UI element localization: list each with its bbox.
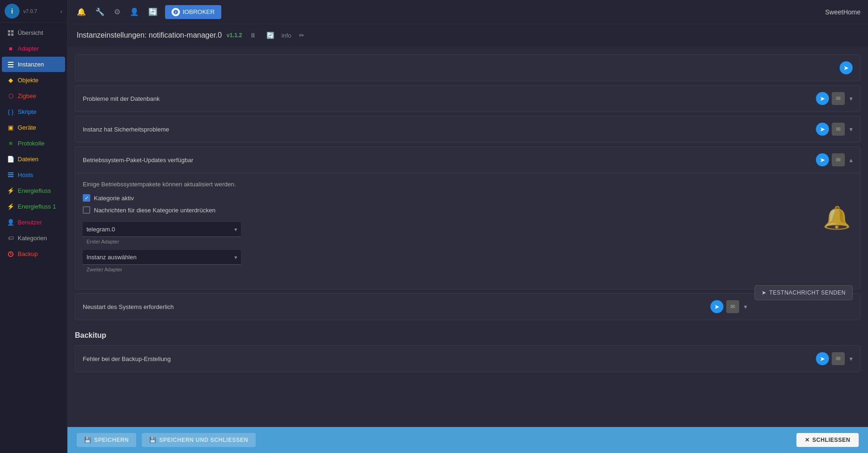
sidebar-item-kategorien[interactable]: 🏷 Kategorien bbox=[2, 230, 65, 246]
telegram-icon-paket[interactable]: ➤ bbox=[816, 153, 829, 166]
pause-button[interactable]: ⏸ bbox=[247, 31, 259, 40]
sidebar-item-dateien[interactable]: 📄 Dateien bbox=[2, 151, 65, 167]
test-message-label: TESTNACHRICHT SENDEN bbox=[769, 289, 846, 296]
group-label-backitup: Backitup bbox=[75, 331, 106, 339]
person-topbar-icon[interactable]: 👤 bbox=[128, 6, 141, 18]
content-header: Instanzeinstellungen: notification-manag… bbox=[67, 24, 868, 47]
edit-button[interactable]: ✏ bbox=[296, 31, 307, 40]
adapter-icon: ■ bbox=[7, 46, 14, 52]
sidebar-item-label: Übersicht bbox=[18, 29, 43, 36]
section-fehler-backup: Fehler bei der Backup-Erstellung ➤ ✉ ▾ bbox=[75, 345, 861, 372]
chevron-down-icon-sicherheit[interactable]: ▾ bbox=[849, 125, 853, 133]
mail-icon-paket[interactable]: ✉ bbox=[832, 153, 845, 166]
section-paket-updates-actions: ➤ ✉ ▴ bbox=[816, 153, 853, 166]
sidebar-item-label: Skripte bbox=[18, 108, 36, 115]
scroll-top-header[interactable]: ➤ bbox=[75, 55, 860, 81]
telegram-icon-backup[interactable]: ➤ bbox=[816, 352, 829, 365]
save-icon: 💾 bbox=[84, 437, 92, 443]
instanzen-icon bbox=[7, 61, 14, 68]
zigbee-icon: ⬡ bbox=[7, 93, 14, 99]
save-close-label: SPEICHERN UND SCHLIESSEN bbox=[159, 437, 248, 443]
iobroker-tab-label: IOBROKER bbox=[183, 8, 215, 15]
checkbox-nachrichten-unterdruecken[interactable] bbox=[83, 206, 90, 214]
sidebar-item-label: Dateien bbox=[18, 156, 39, 163]
sidebar-item-instanzen[interactable]: Instanzen bbox=[2, 57, 65, 72]
refresh-topbar-icon[interactable]: 🔄 bbox=[146, 6, 159, 18]
checkbox-kategorie-aktiv-label: Kategorie aktiv bbox=[94, 195, 134, 202]
select-erster-adapter[interactable]: telegram.0 bbox=[83, 222, 241, 237]
sidebar-collapse-button[interactable]: ‹ bbox=[60, 8, 62, 15]
section-neustart-title: Neustart des Systems erforderlich bbox=[83, 303, 174, 310]
save-close-button[interactable]: 💾 SPEICHERN UND SCHLIESSEN bbox=[142, 433, 256, 447]
info-link[interactable]: info bbox=[282, 32, 292, 39]
svg-rect-5 bbox=[8, 64, 13, 65]
chevron-down-icon-backup[interactable]: ▾ bbox=[849, 355, 853, 362]
section-probleme-db-header[interactable]: Probleme mit der Datenbank ➤ ✉ ▾ bbox=[75, 85, 860, 112]
section-probleme-db-title: Probleme mit der Datenbank bbox=[83, 95, 159, 102]
mail-icon-backup[interactable]: ✉ bbox=[832, 352, 845, 365]
sidebar-item-label: Objekte bbox=[18, 77, 39, 84]
protokolle-icon: ≡ bbox=[7, 140, 14, 147]
section-neustart-actions: ➤ ✉ ▾ bbox=[710, 300, 747, 313]
section-sicherheit-header[interactable]: Instanz hat Sicherheitsprobleme ➤ ✉ ▾ bbox=[75, 116, 860, 142]
sidebar-item-adapter[interactable]: ■ Adapter bbox=[2, 41, 65, 56]
sidebar-item-hosts[interactable]: Hosts bbox=[2, 167, 65, 183]
sidebar-item-benutzer[interactable]: 👤 Benutzer bbox=[2, 215, 65, 230]
section-probleme-db-actions: ➤ ✉ ▾ bbox=[816, 92, 853, 105]
close-button[interactable]: ✕ SCHLIESSEN bbox=[796, 433, 859, 447]
sidebar-item-label: Hosts bbox=[18, 171, 33, 178]
mail-icon-sicherheit[interactable]: ✉ bbox=[832, 123, 845, 136]
sidebar-item-energiefluss[interactable]: ⚡ Energiefluss bbox=[2, 183, 65, 198]
bell-topbar-icon[interactable]: 🔔 bbox=[75, 6, 88, 18]
select-erster-adapter-wrapper: telegram.0 ▾ bbox=[83, 222, 241, 237]
section-sicherheit-actions: ➤ ✉ ▾ bbox=[816, 123, 853, 136]
version-badge: v1.1.2 bbox=[226, 32, 242, 39]
checkbox-kategorie-aktiv-row: ✓ Kategorie aktiv bbox=[83, 194, 853, 202]
mail-icon-db[interactable]: ✉ bbox=[832, 92, 845, 105]
chevron-down-icon-db[interactable]: ▾ bbox=[849, 95, 853, 102]
section-neustart-header[interactable]: Neustart des Systems erforderlich ➤ ✉ ▾ bbox=[75, 294, 755, 320]
sidebar-item-objekte[interactable]: ◆ Objekte bbox=[2, 72, 65, 88]
section-sicherheit: Instanz hat Sicherheitsprobleme ➤ ✉ ▾ bbox=[75, 116, 861, 143]
section-paket-updates-header[interactable]: Betriebssystem-Paket-Updates verfügbar ➤… bbox=[75, 147, 860, 173]
sidebar-item-uebersicht[interactable]: Übersicht bbox=[2, 25, 65, 40]
checkbox-kategorie-aktiv[interactable]: ✓ bbox=[83, 194, 90, 202]
chevron-down-icon-neustart[interactable]: ▾ bbox=[744, 303, 747, 310]
select-zweiter-adapter[interactable]: Instanz auswählen bbox=[83, 250, 241, 265]
gear-topbar-icon[interactable]: ⚙ bbox=[112, 6, 122, 18]
sidebar-item-energiefluss1[interactable]: ⚡ Energiefluss 1 bbox=[2, 199, 65, 214]
sidebar-item-skripte[interactable]: { } Skripte bbox=[2, 104, 65, 119]
sidebar-item-label: Geräte bbox=[18, 124, 36, 131]
energiefluss1-icon: ⚡ bbox=[7, 204, 14, 210]
svg-rect-3 bbox=[11, 33, 13, 36]
mail-icon-neustart[interactable]: ✉ bbox=[726, 300, 739, 313]
save-label: SPEICHERN bbox=[94, 437, 129, 443]
telegram-icon-sicherheit[interactable]: ➤ bbox=[816, 123, 829, 136]
wrench-icon[interactable]: 🔧 bbox=[93, 6, 106, 18]
sidebar-nav: Übersicht ■ Adapter Instanzen ◆ Objekte … bbox=[0, 23, 67, 453]
chevron-up-icon-paket[interactable]: ▴ bbox=[849, 156, 853, 164]
sidebar-item-label: Kategorien bbox=[18, 235, 47, 242]
hostname-label: SweetHome bbox=[825, 8, 861, 16]
close-label: SCHLIESSEN bbox=[812, 437, 850, 443]
iobroker-tab[interactable]: i IOBROKER bbox=[165, 5, 221, 19]
select-erster-adapter-label: Erster Adapter bbox=[83, 239, 241, 244]
sidebar-item-zigbee[interactable]: ⬡ Zigbee bbox=[2, 88, 65, 104]
select-zweiter-adapter-label: Zweiter Adapter bbox=[83, 267, 241, 272]
section-fehler-backup-header[interactable]: Fehler bei der Backup-Erstellung ➤ ✉ ▾ bbox=[75, 346, 860, 372]
reload-button[interactable]: 🔄 bbox=[264, 31, 277, 40]
save-button[interactable]: 💾 SPEICHERN bbox=[77, 433, 136, 447]
sidebar-item-protokolle[interactable]: ≡ Protokolle bbox=[2, 136, 65, 151]
telegram-icon-neustart[interactable]: ➤ bbox=[710, 300, 723, 313]
content-body: ➤ Probleme mit der Datenbank ➤ ✉ ▾ Insta… bbox=[67, 47, 868, 427]
dateien-icon: 📄 bbox=[7, 156, 14, 163]
telegram-icon-db[interactable]: ➤ bbox=[816, 92, 829, 105]
bottom-bar: 💾 SPEICHERN 💾 SPEICHERN UND SCHLIESSEN ✕… bbox=[67, 427, 868, 453]
send-icon: ➤ bbox=[762, 289, 767, 296]
sidebar: i v7.0.7 ‹ Übersicht ■ Adapter Instanzen… bbox=[0, 0, 67, 453]
test-message-button[interactable]: ➤ TESTNACHRICHT SENDEN bbox=[755, 285, 853, 300]
sidebar-item-geraete[interactable]: ▣ Geräte bbox=[2, 120, 65, 135]
sidebar-logo: i bbox=[5, 4, 20, 19]
sidebar-header: i v7.0.7 ‹ bbox=[0, 0, 67, 23]
sidebar-item-backup[interactable]: Backup bbox=[2, 246, 65, 262]
